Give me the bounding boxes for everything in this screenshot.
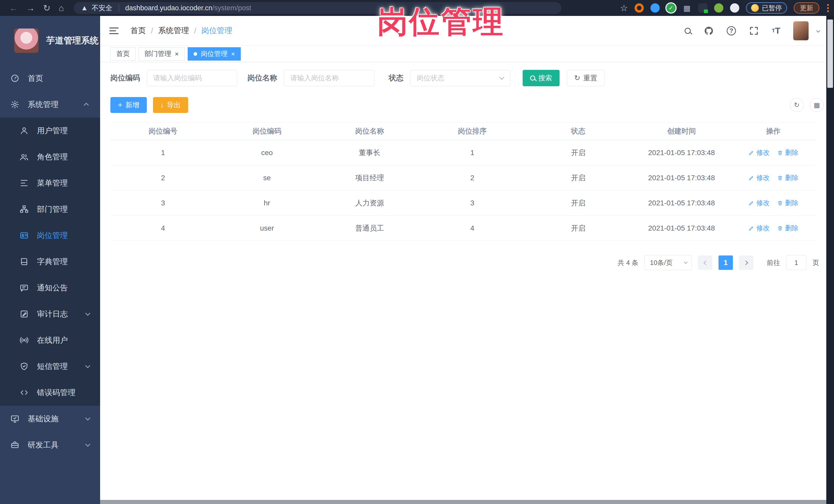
chevron-down-icon [499,75,504,80]
extensions-puzzle-icon[interactable] [730,3,739,13]
app-title: 芋道管理系统 [46,35,98,46]
add-button[interactable]: + 新增 [110,97,147,113]
user-avatar[interactable] [793,21,809,40]
sidebar: 芋道管理系统 首页 系统管理 用户管理 角色管理 菜单管理 [0,16,100,504]
edit-link[interactable]: 修改 [748,224,770,233]
extension-green-check-icon[interactable]: ✓ [666,3,676,13]
post-name-input[interactable] [284,70,374,86]
export-button[interactable]: ↓ 导出 [153,97,189,113]
sidebar-item-home[interactable]: 首页 [0,65,100,91]
sidebar-item-error-code[interactable]: 错误码管理 [0,379,100,406]
delete-link[interactable]: 删除 [777,148,798,157]
refresh-table-button[interactable]: ↻ [790,98,804,112]
scrollbar-thumb[interactable] [827,20,833,88]
tag-view-bar: 首页 部门管理 × 岗位管理 × [100,46,834,62]
code-icon [19,388,29,398]
prev-page-button[interactable] [698,256,712,270]
sidebar-toggle-icon[interactable] [109,27,118,34]
goto-page-input[interactable] [786,255,806,270]
chevron-down-icon [85,311,90,316]
search-button[interactable]: 搜索 [523,70,559,86]
sidebar-item-dict-mgmt[interactable]: 字典管理 [0,248,100,275]
profile-paused-chip[interactable]: 已暂停 [746,2,787,14]
sidebar-item-menu-mgmt[interactable]: 菜单管理 [0,170,100,196]
search-icon [530,75,535,81]
page-size-select[interactable]: 10条/页 [644,255,692,270]
extension-orange-icon[interactable] [635,3,644,13]
breadcrumb-system[interactable]: 系统管理 [158,25,189,36]
browser-forward-icon[interactable]: → [26,4,35,12]
browser-back-icon[interactable]: ← [9,4,18,12]
close-icon[interactable]: × [231,50,235,57]
post-table: 岗位编号 岗位编码 岗位名称 岗位排序 状态 创建时间 操作 1 ceo 董事长… [110,122,816,241]
user-icon [19,126,29,136]
sidebar-item-online-users[interactable]: 在线用户 [0,327,100,353]
post-code-label: 岗位编码 [110,73,140,83]
sidebar-item-sms-mgmt[interactable]: 短信管理 [0,353,100,379]
reset-button[interactable]: ↻ 重置 [567,70,605,86]
broadcast-icon [19,335,29,345]
app-logo [14,28,39,53]
status-select[interactable]: 岗位状态 [410,70,510,86]
browser-menu-icon[interactable] [827,4,829,12]
tag-post-mgmt[interactable]: 岗位管理 × [188,47,241,61]
edit-link[interactable]: 修改 [748,198,770,207]
sidebar-item-user-mgmt[interactable]: 用户管理 [0,117,100,144]
extension-grid-icon[interactable]: ▦ [682,3,692,13]
post-code-input[interactable] [147,70,237,86]
avatar-caret-icon[interactable] [816,29,820,33]
status-label: 状态 [389,73,403,83]
sidebar-item-dept-mgmt[interactable]: 部门管理 [0,196,100,222]
address-divider [118,4,119,12]
sidebar-item-system[interactable]: 系统管理 [0,91,100,117]
dashboard-icon [10,73,20,84]
chevron-right-icon [743,260,748,265]
extension-blue-icon[interactable] [651,3,660,13]
bookmark-star-icon[interactable]: ☆ [620,3,628,13]
font-size-icon[interactable]: TT [772,26,780,36]
chevron-down-icon [85,415,90,420]
browser-update-button[interactable]: 更新 [794,2,819,14]
table-row: 1 ceo 董事长 1 开启 2021-01-05 17:03:48 修改 删除 [110,140,816,165]
tag-dept-mgmt[interactable]: 部门管理 × [139,47,184,61]
breadcrumb-separator: / [194,26,196,35]
next-page-button[interactable] [739,256,753,270]
header-search-icon[interactable] [685,28,691,34]
url-path: /system/post [212,4,251,12]
sidebar-item-post-mgmt[interactable]: 岗位管理 [0,222,100,248]
browser-home-icon[interactable]: ⌂ [59,4,64,12]
fullscreen-icon[interactable] [749,26,759,36]
table-row: 2 se 项目经理 2 开启 2021-01-05 17:03:48 修改 删除 [110,165,816,191]
edit-link[interactable]: 修改 [748,148,770,157]
tag-home[interactable]: 首页 [110,47,135,61]
delete-link[interactable]: 删除 [777,173,798,182]
sidebar-item-role-mgmt[interactable]: 角色管理 [0,144,100,170]
sidebar-item-infrastructure[interactable]: 基础设施 [0,406,100,432]
bottom-strip [100,500,834,504]
table-header-row: 岗位编号 岗位编码 岗位名称 岗位排序 状态 创建时间 操作 [110,122,816,140]
delete-link[interactable]: 删除 [777,224,798,233]
help-icon[interactable]: ? [727,26,736,36]
sidebar-item-audit-log[interactable]: 审计日志 [0,301,100,327]
github-icon[interactable] [704,26,714,36]
sidebar-item-notice[interactable]: 通知公告 [0,275,100,301]
close-icon[interactable]: × [175,50,179,57]
download-icon: ↓ [160,101,164,109]
extension-leaf-icon[interactable] [714,3,723,13]
breadcrumb-home[interactable]: 首页 [130,25,146,36]
delete-link[interactable]: 删除 [777,198,798,207]
edit-link[interactable]: 修改 [748,173,770,182]
profile-emoji-icon [751,4,759,12]
chevron-up-icon [84,103,89,108]
org-chart-icon [19,204,29,214]
chevron-down-icon [85,442,90,447]
page-number-current[interactable]: 1 [719,256,733,270]
plus-icon: + [118,101,123,109]
sidebar-item-dev-tools[interactable]: 研发工具 [0,432,100,458]
browser-reload-icon[interactable]: ↻ [43,4,50,12]
sidebar-logo-row[interactable]: 芋道管理系统 [0,16,100,65]
extension-translate-icon[interactable] [698,3,707,13]
status-value: 开启 [524,148,633,158]
column-settings-button[interactable]: ▦ [810,98,824,112]
table-row: 4 user 普通员工 4 开启 2021-01-05 17:03:48 修改 … [110,216,816,241]
